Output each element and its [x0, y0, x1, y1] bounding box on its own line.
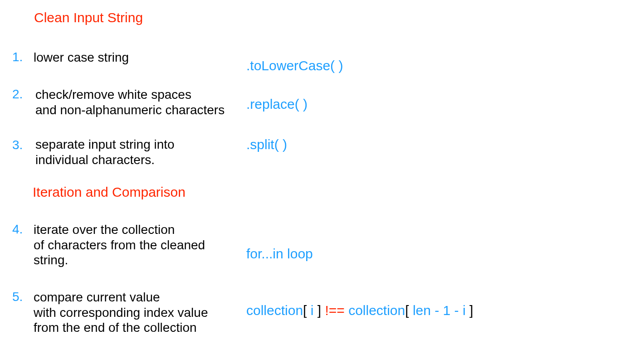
step-3-number: 3.	[12, 138, 23, 152]
step-3-description: separate input string into individual ch…	[35, 137, 175, 167]
section-heading-2: Iteration and Comparison	[33, 184, 186, 200]
step-1-number: 1.	[12, 50, 23, 64]
step-2-description: check/remove white spaces and non-alphan…	[35, 87, 225, 117]
code-token: ]	[466, 303, 474, 318]
step-4-code: for...in loop	[246, 246, 313, 262]
code-token: [	[303, 303, 311, 318]
step-4-description: iterate over the collection of character…	[34, 222, 205, 268]
step-5-code: collection[ i ] !== collection[ len - 1 …	[246, 303, 473, 318]
step-5-number: 5.	[12, 290, 23, 304]
code-token: !==	[325, 303, 344, 318]
step-1-code: .toLowerCase( )	[246, 58, 343, 73]
code-token: [	[405, 303, 413, 318]
step-2-code: .replace( )	[246, 97, 308, 112]
step-5-description: compare current value with corresponding…	[34, 290, 208, 335]
step-1-description: lower case string	[34, 50, 129, 65]
code-token: len - 1 - i	[413, 303, 466, 318]
step-3-code: .split( )	[246, 137, 287, 152]
code-token: ]	[313, 303, 325, 318]
step-4-number: 4.	[12, 222, 23, 237]
section-heading-1: Clean Input String	[34, 10, 143, 25]
code-token: collection	[345, 303, 405, 318]
step-2-number: 2.	[12, 87, 23, 102]
code-token: collection	[246, 303, 303, 318]
